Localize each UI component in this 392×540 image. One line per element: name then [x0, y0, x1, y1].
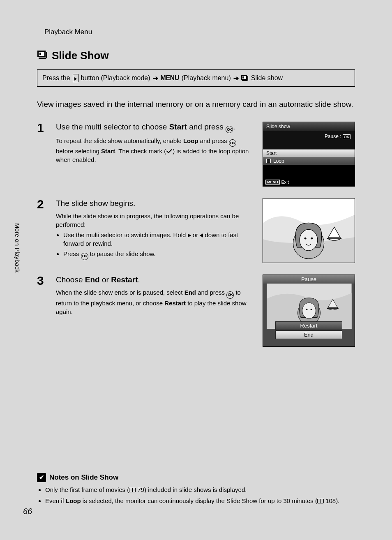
intro-text: View images saved in the internal memory…: [37, 99, 355, 110]
arrow-icon: ➔: [233, 74, 239, 82]
lcd-end-option: End: [275, 330, 342, 339]
ok-chip-icon: OK: [343, 134, 350, 139]
svg-rect-7: [242, 76, 244, 78]
svg-rect-2: [39, 53, 41, 55]
text: Use the multi selector to switch images.…: [63, 231, 188, 238]
text: is selected, the monitor can continuousl…: [81, 497, 317, 504]
step-body: The slide show begins. While the slide s…: [56, 198, 251, 263]
ok-button-icon: OK: [229, 139, 236, 147]
notes-title: Notes on Slide Show: [49, 473, 118, 482]
svg-point-14: [311, 237, 313, 239]
page-ref-icon: [317, 499, 324, 503]
text: Exit: [281, 180, 289, 185]
text: While the slide show is in progress, the…: [56, 212, 251, 229]
text-bold: End: [184, 289, 196, 296]
text-bold: End: [85, 275, 100, 284]
text-bold: Restart: [111, 275, 138, 284]
lcd-loop-option: Loop: [263, 157, 355, 165]
sample-photo-icon: [263, 198, 355, 263]
caution-icon: ✔: [37, 473, 46, 482]
page-title: Slide Show: [37, 49, 355, 62]
right-arrow-icon: [188, 233, 191, 238]
page-ref-icon: [129, 488, 136, 492]
text-bold: Restart: [164, 300, 186, 307]
svg-point-18: [306, 309, 308, 310]
playback-button-icon: [73, 74, 78, 82]
list-item: Press OK to pause the slide show.: [63, 249, 251, 260]
step-number: 1: [37, 122, 48, 187]
nav-playback-mode: button (Playback mode): [81, 74, 150, 82]
text: Pause :: [325, 134, 341, 139]
svg-rect-9: [242, 80, 247, 81]
text-bold: Loop: [183, 137, 198, 144]
nav-press: Press the: [42, 74, 70, 82]
lcd-pause-hint: Pause : OK: [263, 131, 355, 142]
notes-heading: ✔ Notes on Slide Show: [37, 473, 355, 482]
step-heading: Choose End or Restart.: [56, 275, 251, 285]
nav-playback-menu: (Playback menu): [182, 74, 231, 82]
lcd-pause-label: Pause: [263, 275, 355, 284]
slideshow-icon: [241, 75, 249, 81]
text: . The check mark (: [115, 148, 166, 155]
text: and press: [196, 289, 226, 296]
text: ).: [336, 497, 339, 504]
svg-point-12: [300, 229, 318, 251]
lcd-paused-screenshot: Pause Restart End: [263, 275, 355, 347]
page-ref: 79: [136, 486, 144, 493]
text: and press: [198, 137, 229, 144]
step-3: 3 Choose End or Restart. When the slide …: [37, 275, 355, 347]
step-detail: When the slide show ends or is paused, s…: [56, 288, 251, 316]
step-number: 3: [37, 275, 48, 347]
svg-point-13: [304, 237, 307, 239]
lcd-menu-screenshot: Slide show Pause : OK Start Loop MENU Ex…: [263, 122, 355, 187]
list-item: Only the first frame of movies ( 79) inc…: [45, 485, 355, 495]
text: Loop: [273, 158, 284, 164]
ok-button-icon: OK: [226, 126, 233, 133]
side-section-label: More on Playback: [14, 223, 21, 272]
step-detail: While the slide show is in progress, the…: [56, 212, 251, 260]
menu-chip-icon: MENU: [265, 180, 280, 185]
content: Slide Show Press the button (Playback mo…: [37, 25, 355, 347]
svg-rect-4: [39, 58, 46, 59]
slideshow-icon: [37, 49, 48, 62]
navigation-path: Press the button (Playback mode) ➔ MENU …: [37, 69, 355, 87]
page-number: 66: [23, 507, 32, 516]
title-text: Slide Show: [52, 49, 109, 62]
step-1: 1 Use the multi selector to choose Start…: [37, 122, 355, 187]
list-item: Use the multi selector to switch images.…: [63, 231, 251, 248]
nav-slide-show: Slide show: [251, 74, 283, 82]
text: .: [138, 275, 140, 284]
page-ref: 108: [324, 497, 336, 504]
svg-point-17: [302, 302, 316, 318]
svg-rect-3: [46, 52, 47, 58]
text: When the slide show ends or is paused, s…: [56, 289, 184, 296]
checkbox-icon: [266, 159, 271, 163]
ok-button-icon: OK: [81, 253, 88, 260]
step-heading: Use the multi selector to choose Start a…: [56, 122, 251, 133]
lcd-exit-hint: MENU Exit: [265, 180, 289, 185]
step-heading: The slide show begins.: [56, 198, 251, 209]
ok-button-icon: OK: [226, 291, 234, 299]
step-figure: Pause Restart End: [263, 275, 355, 347]
notes-section: ✔ Notes on Slide Show Only the first fra…: [37, 473, 355, 507]
step-body: Choose End or Restart. When the slide sh…: [56, 275, 251, 347]
step-detail: To repeat the slide show automatically, …: [56, 136, 251, 164]
text: Choose: [56, 275, 85, 284]
text: to pause the slide show.: [88, 250, 156, 257]
text: Use the multi selector to choose: [56, 122, 169, 131]
lcd-title: Slide show: [263, 122, 355, 131]
spacer: [263, 142, 355, 149]
text: ) included in slide shows is displayed.: [144, 486, 247, 493]
page: Playback Menu More on Playback 66 Slide …: [0, 0, 392, 540]
lcd-start-option: Start: [263, 149, 355, 157]
svg-rect-8: [247, 76, 248, 81]
text: before selecting: [56, 148, 101, 155]
text-bold: Start: [169, 122, 187, 131]
step-body: Use the multi selector to choose Start a…: [56, 122, 251, 187]
text: and press: [187, 122, 226, 131]
checkmark-icon: [166, 149, 173, 154]
text: Press: [63, 250, 81, 257]
step-figure: [263, 198, 355, 263]
menu-word: MENU: [161, 74, 179, 82]
text: Only the first frame of movies (: [45, 486, 129, 493]
